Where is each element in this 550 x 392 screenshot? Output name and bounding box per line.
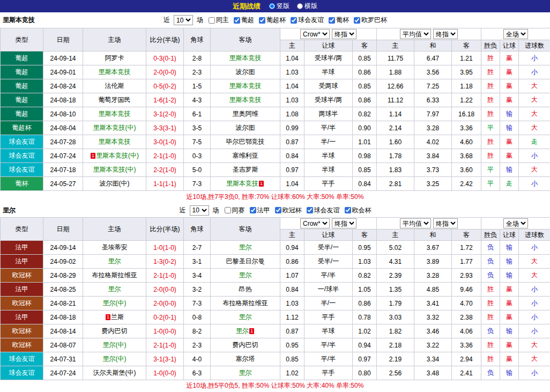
league-filter-item[interactable]: 法甲 [250,206,270,215]
match-score[interactable]: 1-6(1-2) [146,93,184,107]
avg-source-select[interactable]: 平均值 [400,29,431,39]
away-team-link[interactable]: 里斯本竞技 [226,180,258,187]
league-filter-item[interactable]: 欧罗巴杯 [354,16,387,25]
home-team-link[interactable]: 里尔(中) [103,355,127,363]
match-score[interactable]: 2-1(1-0) [146,338,184,352]
match-score[interactable]: 2-1(1-0) [146,269,184,283]
away-team-link[interactable]: 塞维利亚 [233,152,258,159]
league-filter-checkbox[interactable] [275,207,281,213]
odds-source-select[interactable]: Crow* [300,29,330,39]
scope-select[interactable]: 全场 [503,29,528,39]
match-score[interactable]: 1-0(1-0) [146,241,184,255]
home-team-link[interactable]: 沃尔夫斯堡(中) [93,369,136,376]
away-team-link[interactable]: 里尔 [236,327,249,335]
home-team-link[interactable]: 葡萄牙国民 [99,96,131,103]
avg-terminal-select[interactable]: 终指 [433,218,458,228]
league-filter-item[interactable]: 球会友谊 [291,16,324,25]
league-filter-checkbox[interactable] [329,17,335,24]
home-team-link[interactable]: 阿罗卡 [105,54,124,62]
league-filter-checkbox[interactable] [209,17,215,24]
layout-radio-input[interactable] [269,3,275,9]
match-score[interactable]: 1-3(0-2) [146,255,184,269]
home-team-link[interactable]: 波尔图(中) [100,180,130,187]
away-team-link[interactable]: 里尔 [239,271,252,279]
league-filter-item[interactable]: 葡杯 [329,16,349,25]
home-team-link[interactable]: 里斯本竞技(中) [93,166,136,173]
away-team-link[interactable]: 波尔图 [236,68,255,76]
home-team-link[interactable]: 圣埃蒂安 [102,243,128,251]
away-team-link[interactable]: 里斯本竞技 [229,82,262,90]
home-team-link[interactable]: 里斯本竞技 [99,138,131,145]
match-score[interactable]: 1-1(1-1) [146,177,184,191]
league-filter-checkbox[interactable] [250,207,256,213]
match-count-select[interactable]: 10 [174,15,193,25]
home-team-link[interactable]: 里斯本竞技(中) [96,152,139,159]
league-filter-checkbox[interactable] [234,17,240,24]
league-filter-item[interactable]: 欧会杯 [345,206,371,215]
league-filter-item[interactable]: 葡超 [234,16,254,25]
match-score[interactable]: 1-0(0-0) [146,324,184,338]
scope-select[interactable]: 全场 [503,218,528,228]
odds-source-select[interactable]: Crow* [300,218,330,228]
avg-source-select[interactable]: 平均值 [400,218,431,228]
odds-terminal-select[interactable]: 终指 [332,29,356,39]
home-team-link[interactable]: 里尔(中) [103,299,127,307]
avg-terminal-select[interactable]: 终指 [433,29,458,39]
away-team-link[interactable]: 圣吉罗斯 [233,166,258,173]
result-outcome: 胜 [481,79,500,93]
match-score[interactable]: 2-1(1-0) [146,149,184,163]
home-team-link[interactable]: 费内巴切 [102,327,128,335]
match-score[interactable]: 0-5(0-2) [146,79,184,93]
home-team-link[interactable]: 兰斯 [111,313,124,321]
league-filter-checkbox[interactable] [225,207,231,213]
match-score[interactable]: 2-0(0-0) [146,65,184,79]
match-score[interactable]: 3-0(1-0) [146,135,184,149]
away-team-link[interactable]: 里尔 [239,369,252,376]
league-filter-checkbox[interactable] [354,17,360,24]
match-score[interactable]: 2-0(0-0) [146,297,184,310]
league-filter-item[interactable]: 同主 [209,16,229,25]
league-filter-checkbox[interactable] [259,17,265,24]
away-team-link[interactable]: 毕尔巴鄂竞技 [226,138,265,145]
match-score[interactable]: 1-0(0-0) [146,366,184,380]
odds-terminal-select[interactable]: 终指 [332,218,356,228]
away-team-link[interactable]: 里斯本竞技 [229,54,262,62]
league-filter-item[interactable]: 欧冠杯 [275,206,302,215]
match-score[interactable]: 0-3(0-1) [146,51,184,65]
home-team-link[interactable]: 布拉格斯拉维亚 [92,271,137,279]
league-filter-item[interactable]: 同赛 [225,206,245,215]
home-team-link[interactable]: 里尔(中) [103,341,127,349]
away-team-link[interactable]: 里奥阿维 [233,110,258,117]
away-team-link[interactable]: 里尔 [239,243,252,251]
away-team-link[interactable]: 里斯本竞技 [229,96,262,103]
away-team-link[interactable]: 波尔图 [236,124,255,131]
match-score[interactable]: 3-1(3-1) [146,352,184,366]
league-filter-item[interactable]: 葡超杯 [259,16,286,25]
match-score[interactable]: 3-1(2-0) [146,107,184,121]
layout-radio-horizontal[interactable]: 横版 [297,2,317,11]
layout-radio-input[interactable] [297,3,303,9]
home-team-link[interactable]: 里尔 [108,285,121,293]
column-header: 让球 [500,230,519,241]
away-team-link[interactable]: 巴黎圣日尔曼 [226,257,265,265]
away-team-link[interactable]: 昂热 [239,285,252,293]
away-team-link[interactable]: 里尔 [239,313,252,321]
home-team-link[interactable]: 里尔 [108,257,121,265]
home-team-link[interactable]: 法伦斯 [105,82,124,90]
match-count-select[interactable]: 10 [190,205,209,216]
home-team-link[interactable]: 里斯本竞技(中) [93,124,136,131]
league-filter-checkbox[interactable] [307,207,313,213]
league-filter-item[interactable]: 球会友谊 [307,206,340,215]
away-team-link[interactable]: 布拉格斯拉维亚 [223,299,268,307]
home-team-link[interactable]: 里斯本竞技 [99,68,131,76]
away-team-link[interactable]: 费内巴切 [233,341,258,349]
home-team-link[interactable]: 里斯本竞技 [99,110,131,117]
league-filter-checkbox[interactable] [345,207,351,213]
match-score[interactable]: 0-2(0-1) [146,310,184,324]
layout-radio-vertical[interactable]: 竖版 [269,2,289,11]
match-score[interactable]: 2-2(1-0) [146,163,184,177]
match-score[interactable]: 2-0(0-0) [146,283,184,297]
match-score[interactable]: 3-3(3-1) [146,121,184,135]
away-team-link[interactable]: 塞尔塔 [236,355,255,363]
league-filter-checkbox[interactable] [291,17,297,24]
